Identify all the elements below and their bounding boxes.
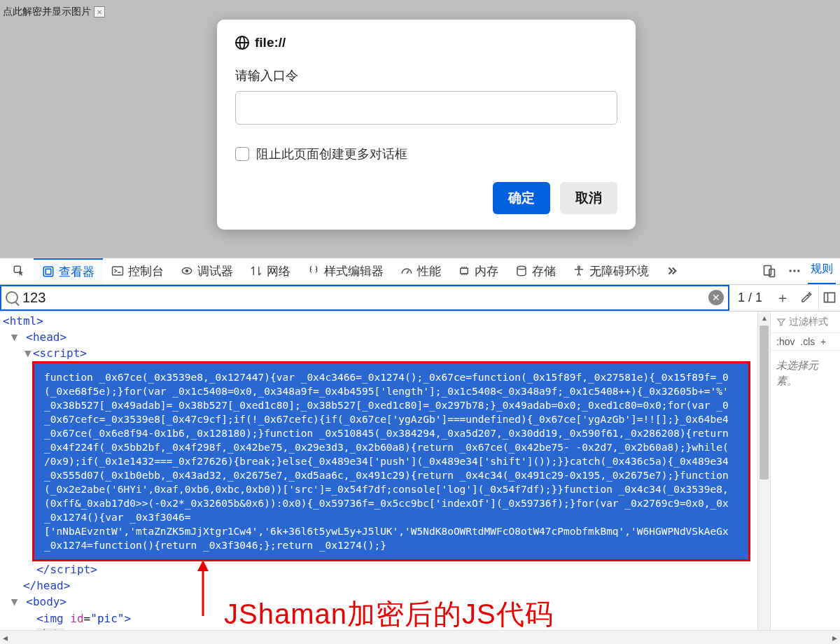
add-node-button[interactable]: ＋ [775, 290, 790, 305]
sidebar-tab-rules[interactable]: 规则 [808, 258, 836, 284]
responsive-mode-button[interactable] [762, 263, 777, 279]
svg-rect-2 [46, 270, 51, 275]
dom-head-open[interactable]: <head> [26, 330, 66, 344]
svg-point-8 [578, 267, 580, 269]
dialog-suppress-checkbox[interactable] [235, 147, 249, 161]
dialog-buttons: 确定 取消 [235, 182, 617, 214]
console-icon [111, 265, 124, 277]
dialog-prompt-label: 请输入口令 [235, 67, 617, 84]
horizontal-scrollbar[interactable]: ◂ ▸ [0, 630, 840, 644]
pick-element-button[interactable] [4, 258, 34, 284]
filter-styles-row[interactable]: 过滤样式 [771, 312, 840, 333]
devtools-search-row: ✕ 1 / 1 ＋ [0, 285, 840, 312]
expander-icon[interactable]: ▼ [10, 594, 20, 610]
tab-console-label: 控制台 [128, 263, 164, 279]
globe-icon [235, 36, 249, 50]
devtools-tabs: 查看器 控制台 调试器 网络 样式编辑器 [0, 258, 840, 285]
page-background: 点此解密并显示图片 ✕ file:// 请输入口令 阻止此页面创建更多对话框 确… [0, 0, 840, 258]
accessibility-icon [573, 265, 585, 277]
filter-styles-label: 过滤样式 [789, 316, 828, 328]
layout-panel-button[interactable] [822, 290, 837, 305]
network-icon [250, 265, 262, 277]
tab-performance[interactable]: 性能 [392, 258, 449, 284]
dom-body-open[interactable]: <body> [26, 595, 66, 608]
obfuscated-script-block[interactable]: function _0x67ce(_0x3539e8,_0x127447){va… [32, 361, 750, 561]
tab-performance-label: 性能 [417, 263, 441, 279]
devtools-body: <html> ▼ <head> ▼<script> function _0x67… [0, 312, 840, 645]
ok-button[interactable]: 确定 [493, 182, 550, 214]
dialog-header: file:// [235, 35, 617, 50]
dom-search-input[interactable] [22, 290, 704, 306]
dom-html-open[interactable]: <html> [3, 314, 43, 328]
dom-script-open[interactable]: <script> [33, 346, 87, 360]
devtools-right-controls [762, 263, 808, 279]
dom-scrollbar[interactable]: ▴ ▾ [757, 312, 770, 645]
kebab-menu-button[interactable] [787, 263, 802, 279]
tab-memory[interactable]: 内存 [449, 258, 507, 284]
cls-label[interactable]: .cls [800, 336, 815, 347]
svg-rect-9 [764, 266, 771, 275]
tab-storage-label: 存储 [532, 263, 556, 279]
tab-accessibility-label: 无障碍环境 [589, 263, 649, 279]
tab-debugger-label: 调试器 [197, 263, 233, 279]
scroll-up-icon[interactable]: ▴ [758, 312, 770, 324]
expander-icon[interactable]: ▼ [23, 345, 33, 361]
chevrons-right-icon [666, 265, 678, 277]
no-element-selected: 未选择元素。 [771, 351, 840, 396]
dom-img-line[interactable]: <img id="pic"> [36, 612, 131, 625]
expander-icon[interactable]: ▼ [10, 329, 20, 345]
svg-point-12 [793, 270, 795, 272]
page-top-label[interactable]: 点此解密并显示图片 ✕ [3, 6, 105, 18]
tabs-overflow-button[interactable] [657, 258, 687, 284]
inspect-cursor-icon [13, 265, 25, 277]
svg-rect-10 [769, 270, 775, 277]
svg-point-13 [797, 270, 799, 272]
svg-rect-14 [825, 293, 835, 302]
performance-icon [400, 265, 413, 277]
hov-cls-row[interactable]: :hov .cls + [771, 333, 840, 351]
svg-point-5 [186, 270, 188, 272]
search-result-controls: 1 / 1 ＋ [729, 285, 819, 311]
styles-plus-button[interactable]: + [820, 336, 826, 347]
tab-accessibility[interactable]: 无障碍环境 [564, 258, 657, 284]
dom-tree[interactable]: <html> ▼ <head> ▼<script> function _0x67… [0, 312, 757, 645]
memory-icon [458, 265, 470, 277]
dialog-suppress-row[interactable]: 阻止此页面创建更多对话框 [235, 146, 617, 162]
tab-inspector[interactable]: 查看器 [34, 258, 103, 284]
scroll-right-icon[interactable]: ▸ [832, 632, 837, 643]
dom-head-close[interactable]: </head> [23, 579, 70, 592]
eyedropper-button[interactable] [799, 290, 814, 305]
svg-rect-6 [461, 269, 468, 274]
dom-script-close[interactable]: </script> [36, 563, 97, 576]
clear-search-button[interactable]: ✕ [708, 290, 724, 305]
tab-styleeditor-label: 样式编辑器 [324, 263, 384, 279]
inspector-icon [42, 265, 55, 278]
broken-image-icon: ✕ [94, 6, 105, 18]
scroll-thumb[interactable] [760, 326, 769, 479]
decrypt-link[interactable]: 点此解密并显示图片 [3, 6, 91, 18]
dialog-suppress-label: 阻止此页面创建更多对话框 [256, 146, 407, 162]
svg-rect-3 [113, 267, 123, 275]
styles-sidebar: 过滤样式 :hov .cls + 未选择元素。 [770, 312, 840, 645]
cancel-button[interactable]: 取消 [560, 182, 617, 214]
dialog-input[interactable] [235, 91, 617, 125]
svg-point-7 [517, 267, 526, 270]
tab-console[interactable]: 控制台 [103, 258, 172, 284]
tab-inspector-label: 查看器 [59, 264, 94, 280]
prompt-dialog: file:// 请输入口令 阻止此页面创建更多对话框 确定 取消 [217, 20, 636, 230]
devtools-panel: 查看器 控制台 调试器 网络 样式编辑器 [0, 258, 840, 644]
styleeditor-icon [307, 265, 320, 277]
tab-storage[interactable]: 存储 [507, 258, 564, 284]
debugger-icon [181, 265, 193, 277]
tab-network[interactable]: 网络 [241, 258, 299, 284]
svg-rect-1 [43, 267, 53, 277]
scroll-left-icon[interactable]: ◂ [3, 632, 8, 643]
filter-icon [776, 317, 786, 327]
dom-search-box[interactable]: ✕ [0, 285, 729, 311]
tab-debugger[interactable]: 调试器 [172, 258, 241, 284]
storage-icon [515, 265, 528, 277]
svg-point-11 [790, 270, 792, 272]
hov-label[interactable]: :hov [776, 336, 794, 347]
tab-memory-label: 内存 [475, 263, 498, 279]
tab-styleeditor[interactable]: 样式编辑器 [299, 258, 392, 284]
